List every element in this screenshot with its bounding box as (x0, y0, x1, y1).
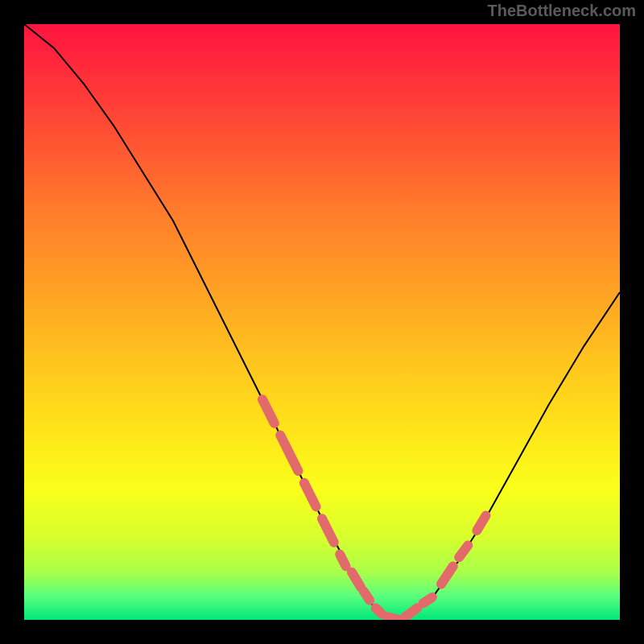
bottleneck-curve-line (24, 24, 620, 620)
highlight-dash (262, 399, 275, 423)
watermark-text: TheBottleneck.com (488, 2, 636, 20)
highlight-dash (387, 617, 399, 620)
highlight-dash (406, 608, 418, 617)
highlight-dash (322, 518, 334, 543)
chart-svg (24, 24, 620, 620)
highlight-dash (459, 546, 468, 558)
highlight-dash (441, 566, 453, 584)
highlight-dash (304, 483, 316, 507)
highlight-dash (340, 555, 345, 567)
highlight-dash (364, 592, 369, 601)
highlight-dash (352, 572, 361, 588)
highlight-dash (376, 608, 382, 613)
chart-plot-area (24, 24, 620, 620)
highlight-dashes (262, 399, 486, 620)
highlight-dash (280, 436, 298, 471)
highlight-dash (477, 516, 485, 531)
highlight-dash (423, 597, 432, 603)
